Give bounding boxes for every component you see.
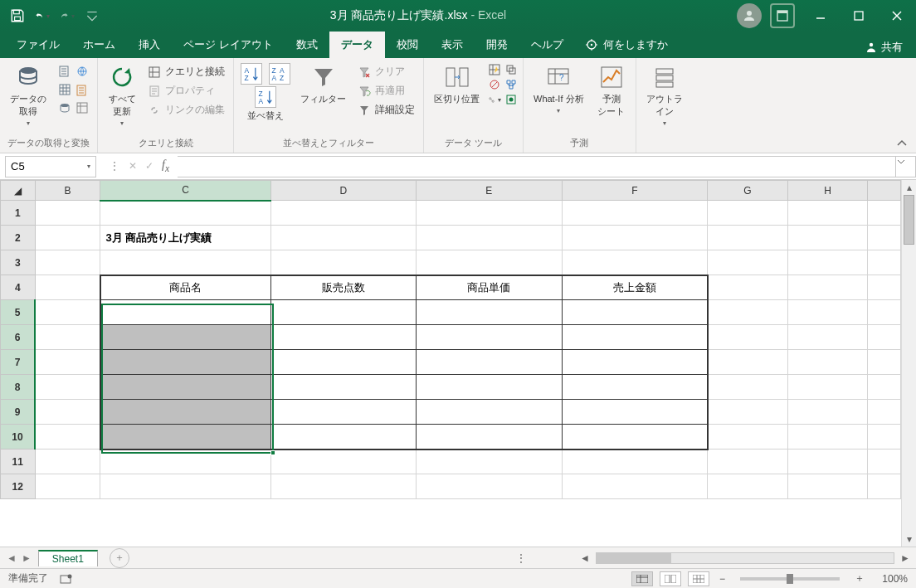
row-header[interactable]: 4 xyxy=(1,275,36,300)
tab-help[interactable]: ヘルプ xyxy=(519,32,575,58)
cell-header[interactable]: 商品単価 xyxy=(417,275,563,300)
cell-header[interactable]: 販売点数 xyxy=(270,275,417,300)
page-break-view-button[interactable] xyxy=(688,571,709,586)
relationships-icon[interactable] xyxy=(488,93,501,106)
scroll-down-icon[interactable]: ▾ xyxy=(902,532,916,547)
tab-home[interactable]: ホーム xyxy=(71,32,127,58)
tab-developer[interactable]: 開発 xyxy=(475,32,519,58)
tell-me[interactable]: 何をしますか xyxy=(575,32,678,58)
flash-fill-icon[interactable] xyxy=(488,63,501,76)
get-data-button[interactable]: データの 取得 ▾ xyxy=(5,61,51,129)
cell[interactable] xyxy=(100,400,270,425)
tab-scroll-left-icon[interactable]: ◄ xyxy=(7,552,17,564)
redo-icon[interactable] xyxy=(60,8,75,23)
forecast-sheet-button[interactable]: 予測 シート xyxy=(592,61,631,119)
row-header[interactable]: 6 xyxy=(1,325,36,350)
manage-data-model-icon[interactable] xyxy=(504,93,518,106)
col-header[interactable]: C xyxy=(100,181,270,201)
zoom-in-button[interactable]: ＋ xyxy=(851,571,868,586)
expand-formula-bar[interactable] xyxy=(896,156,916,177)
sheet-tab[interactable]: Sheet1 xyxy=(38,550,98,566)
sort-dialog-button[interactable]: ZAAZ xyxy=(267,63,292,85)
cancel-icon[interactable]: ✕ xyxy=(129,160,137,172)
account-avatar[interactable] xyxy=(737,3,762,28)
queries-connections-btn[interactable]: クエリと接続 xyxy=(144,63,228,80)
tab-view[interactable]: 表示 xyxy=(430,32,475,58)
from-table-range-icon[interactable] xyxy=(55,81,92,98)
recent-sources-icon[interactable] xyxy=(55,100,92,116)
row-header[interactable]: 1 xyxy=(1,201,36,226)
qat-customize-icon[interactable] xyxy=(85,8,100,23)
cell[interactable] xyxy=(100,300,270,325)
macro-record-icon[interactable] xyxy=(60,573,73,585)
col-header[interactable]: B xyxy=(35,181,100,201)
row-header[interactable]: 5 xyxy=(1,300,36,325)
ribbon-display-options[interactable] xyxy=(770,3,795,28)
row-header[interactable]: 10 xyxy=(1,425,36,450)
cell[interactable] xyxy=(100,375,270,400)
row-header[interactable]: 2 xyxy=(1,226,36,250)
cell-header[interactable]: 商品名 xyxy=(100,275,270,300)
zoom-slider[interactable] xyxy=(740,577,840,581)
grid[interactable]: ◢ B C D E F G H 1 23月 商品売り上げ実績 3 4 商品名 販… xyxy=(0,180,901,499)
close-button[interactable] xyxy=(878,0,916,32)
zoom-out-button[interactable]: − xyxy=(716,573,728,585)
scroll-thumb[interactable] xyxy=(904,195,914,245)
horizontal-scrollbar[interactable]: ◄ ► xyxy=(529,552,916,564)
refresh-all-button[interactable]: すべて 更新 ▾ xyxy=(103,61,141,129)
filter-button[interactable]: フィルター xyxy=(295,61,351,107)
cell[interactable] xyxy=(100,325,270,350)
advanced-filter-btn[interactable]: 詳細設定 xyxy=(354,101,418,119)
new-sheet-button[interactable]: ＋ xyxy=(110,548,129,568)
tab-insert[interactable]: 挿入 xyxy=(127,32,172,58)
outline-button[interactable]: アウトラ イン ▾ xyxy=(641,61,688,129)
col-header[interactable]: E xyxy=(417,181,563,201)
cell[interactable] xyxy=(100,425,270,450)
scroll-right-icon[interactable]: ► xyxy=(898,552,913,564)
col-header[interactable] xyxy=(868,181,901,201)
cell-header[interactable]: 売上金額 xyxy=(562,275,708,300)
share-button[interactable]: 共有 xyxy=(865,40,916,58)
tab-file[interactable]: ファイル xyxy=(5,32,71,58)
col-header[interactable]: F xyxy=(562,181,708,201)
row-header[interactable]: 8 xyxy=(1,375,36,400)
scroll-up-icon[interactable]: ▴ xyxy=(902,180,916,195)
row-header[interactable]: 12 xyxy=(1,474,36,499)
cell[interactable] xyxy=(100,350,270,375)
col-header[interactable]: G xyxy=(708,181,788,201)
fx-icon[interactable]: fx xyxy=(162,158,169,174)
name-box[interactable]: C5 ▾ xyxy=(5,156,96,177)
tab-page-layout[interactable]: ページ レイアウト xyxy=(172,32,285,58)
data-validation-icon[interactable] xyxy=(488,78,501,91)
row-header[interactable]: 11 xyxy=(1,450,36,474)
undo-icon[interactable] xyxy=(35,8,50,23)
sort-za-button[interactable]: ZA並べ替え xyxy=(239,86,292,122)
text-to-columns-button[interactable]: 区切り位置 xyxy=(429,61,485,107)
formula-input[interactable] xyxy=(178,156,896,177)
minimize-button[interactable] xyxy=(802,0,840,32)
collapse-ribbon-icon[interactable] xyxy=(896,138,916,153)
page-layout-view-button[interactable] xyxy=(660,571,681,586)
tab-split-handle[interactable]: ⋮ xyxy=(514,552,529,564)
row-header[interactable]: 3 xyxy=(1,250,36,275)
tab-scroll-right-icon[interactable]: ► xyxy=(22,552,32,564)
scroll-thumb[interactable] xyxy=(597,553,671,563)
tab-formulas[interactable]: 数式 xyxy=(285,32,329,58)
cell-title[interactable]: 3月 商品売り上げ実績 xyxy=(100,226,270,250)
col-header[interactable]: D xyxy=(270,181,417,201)
from-text-csv-icon[interactable] xyxy=(55,63,92,80)
remove-duplicates-icon[interactable] xyxy=(504,63,518,76)
save-icon[interactable] xyxy=(10,8,25,23)
maximize-button[interactable] xyxy=(840,0,878,32)
zoom-level[interactable]: 100% xyxy=(875,573,908,585)
what-if-button[interactable]: ? What-If 分析 ▾ xyxy=(529,61,589,116)
select-all-corner[interactable]: ◢ xyxy=(1,181,36,201)
row-header[interactable]: 9 xyxy=(1,400,36,425)
enter-icon[interactable]: ✓ xyxy=(145,160,153,172)
sort-az-button[interactable]: AZ xyxy=(239,63,264,85)
consolidate-icon[interactable] xyxy=(504,78,518,91)
tab-data[interactable]: データ xyxy=(329,32,385,58)
col-header[interactable]: H xyxy=(787,181,868,201)
row-header[interactable]: 7 xyxy=(1,350,36,375)
tab-review[interactable]: 校閲 xyxy=(385,32,430,58)
